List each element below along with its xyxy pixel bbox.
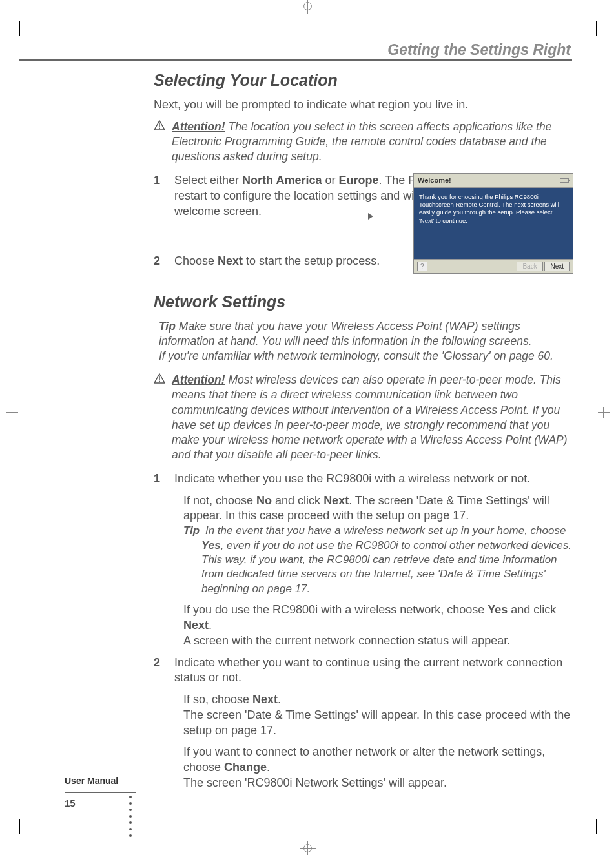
attention-callout: Attention! Most wireless devices can als…: [154, 373, 573, 462]
substep: If you want to connect to another networ…: [183, 745, 573, 790]
footer-label: User Manual: [65, 776, 118, 786]
tip-text: Make sure that you have your Wireless Ac…: [159, 320, 532, 347]
step-number: 2: [154, 655, 165, 686]
warning-icon: [154, 119, 167, 164]
footer-dots: [129, 796, 132, 837]
step-number: 1: [154, 173, 165, 219]
footer-rule: [65, 792, 136, 793]
warning-icon: [154, 373, 167, 462]
svg-point-3: [159, 381, 160, 382]
step-body: Indicate whether you want to continue us…: [174, 655, 573, 686]
inline-tip: Tip In the event that you have a wireles…: [183, 524, 573, 596]
tip-text-line2: If you're unfamiliar with network termin…: [159, 349, 553, 362]
svg-point-1: [159, 127, 160, 129]
substep: If not, choose No and click Next. The sc…: [183, 493, 573, 597]
section-heading: Selecting Your Location: [154, 70, 573, 91]
back-button: Back: [517, 262, 542, 271]
intro-text: Next, you will be prompted to indicate w…: [154, 98, 573, 113]
crop-mark-bottom: [300, 841, 316, 855]
tip-label: Tip: [159, 320, 176, 333]
page-number: 15: [65, 798, 76, 809]
side-register-mark: [6, 407, 18, 418]
crop-mark-top: [300, 0, 316, 14]
section-heading: Network Settings: [154, 291, 573, 313]
attention-text: Most wireless devices can also operate i…: [172, 373, 568, 460]
step-body: Indicate whether you use the RC9800i wit…: [174, 471, 573, 487]
attention-callout: Attention! The location you select in th…: [154, 119, 573, 164]
welcome-screenshot: Welcome! Thank you for choosing the Phil…: [413, 173, 573, 274]
trim-mark: [581, 21, 597, 36]
tip-callout: Tip Make sure that you have your Wireles…: [154, 319, 573, 364]
step-number: 1: [154, 471, 165, 487]
side-register-mark: [598, 407, 610, 418]
step-number: 2: [154, 254, 165, 269]
attention-text: The location you select in this screen a…: [172, 120, 551, 163]
tip-label: Tip: [183, 524, 200, 537]
trim-mark: [19, 819, 35, 834]
substep: If so, choose Next. The screen 'Date & T…: [183, 692, 573, 738]
arrow-indicator: [354, 214, 373, 219]
trim-mark: [581, 819, 597, 834]
attention-label: Attention!: [172, 120, 225, 133]
running-header: Getting the Settings Right: [387, 41, 571, 59]
substep: If you do use the RC9800i with a wireles…: [183, 603, 573, 648]
next-button: Next: [544, 262, 570, 271]
attention-label: Attention!: [172, 373, 225, 386]
battery-icon: [560, 178, 569, 183]
trim-mark: [19, 21, 35, 36]
header-rule: [19, 59, 572, 61]
help-button: ?: [417, 262, 427, 271]
margin-rule: [136, 59, 136, 829]
screenshot-body: Thank you for choosing the Philips RC980…: [414, 188, 573, 259]
screenshot-title: Welcome!: [418, 176, 451, 185]
